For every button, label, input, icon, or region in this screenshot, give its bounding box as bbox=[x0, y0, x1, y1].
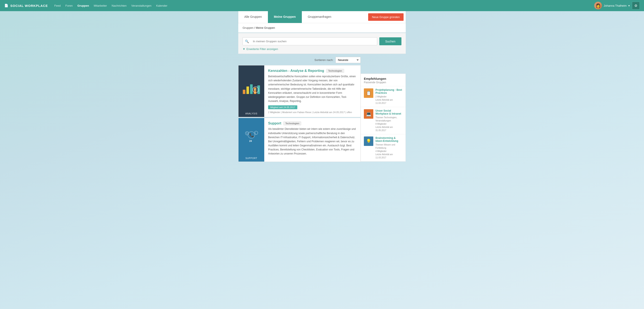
breadcrumb: Gruppen / Meine Gruppen bbox=[238, 23, 406, 32]
group-thumb-support: 📞 ? i 24 SUPPORT bbox=[238, 118, 264, 161]
search-icon: 🔍 bbox=[243, 40, 251, 43]
group-card-support: 📞 ? i 24 SUPPORT bbox=[238, 118, 361, 162]
page-background: Alle Gruppen Meine Gruppen Gruppenanfrag… bbox=[0, 11, 644, 309]
nav-kalender[interactable]: Kalender bbox=[156, 4, 167, 7]
nav-foren[interactable]: Foren bbox=[66, 4, 73, 7]
content-area: Sortieren nach: Neueste Älteste Alphabet… bbox=[238, 54, 406, 162]
group-desc-kennzahlen: Betriebswirtschaftliche Kennzahlen solle… bbox=[268, 74, 356, 103]
thumb-label-kennzahlen: ANALYSIS bbox=[238, 112, 264, 115]
brand-logo: 📄 SOCIAL WORKPLACE bbox=[4, 4, 48, 8]
avatar: 👩 bbox=[594, 2, 602, 10]
empfehlungen-subtitle: Passende Gruppen bbox=[361, 81, 406, 86]
empfehlungen-title: Empfehlungen bbox=[361, 74, 406, 81]
svg-rect-1 bbox=[246, 86, 249, 94]
group-desc-support: Als bewährter Dienstleister bieten wir i… bbox=[268, 127, 356, 156]
tab-gruppenanfragen[interactable]: Gruppenanfragen bbox=[302, 11, 338, 23]
svg-point-11 bbox=[254, 131, 258, 134]
support-graphic: 📞 ? i 24 bbox=[241, 120, 262, 155]
nav-feed[interactable]: Feed bbox=[54, 4, 61, 7]
search-row: 🔍 Suchen bbox=[242, 37, 402, 45]
nav-links: Feed Foren Gruppen Mitarbeiter Nachricht… bbox=[54, 4, 168, 7]
empf-thumb-socialworkplace: 💻 bbox=[364, 109, 373, 119]
svg-rect-0 bbox=[243, 90, 245, 94]
nav-nachrichten[interactable]: Nachrichten bbox=[112, 4, 126, 7]
empf-item-socialworkplace[interactable]: 💻 Unser Social Workplace & Intranet Them… bbox=[361, 107, 406, 134]
empf-meta-socialworkplace: Themen Technologien, Veranstaltungen 8 M… bbox=[376, 116, 402, 132]
filter-link[interactable]: ▼ Erweiterte Filter anzeigen bbox=[242, 48, 402, 51]
group-member-badge-kennzahlen: Mitglied seit 24.05.2017 bbox=[268, 105, 297, 109]
nav-gruppen[interactable]: Gruppen bbox=[78, 4, 89, 7]
breadcrumb-current: Meine Gruppen bbox=[256, 26, 275, 30]
analysis-graphic: 🔍 bbox=[241, 68, 262, 110]
group-content-kennzahlen: Kennzahlen - Analyse & Reporting Technol… bbox=[264, 66, 360, 117]
group-tag-kennzahlen: Technologien bbox=[326, 69, 344, 73]
svg-text:🔍: 🔍 bbox=[254, 88, 257, 92]
user-name: Johanna Thalheim bbox=[604, 4, 626, 7]
breadcrumb-parent[interactable]: Gruppen bbox=[242, 26, 254, 30]
group-title-support[interactable]: Support bbox=[268, 122, 281, 125]
empf-thumb-projektplanung: 📋 bbox=[364, 88, 373, 98]
nav-veranstaltungen[interactable]: Veranstaltungen bbox=[131, 4, 151, 7]
svg-text:i: i bbox=[255, 132, 256, 134]
empf-icon-projektplanung: 📋 bbox=[366, 90, 371, 96]
sort-select[interactable]: Neueste Älteste Alphabetisch bbox=[336, 57, 361, 63]
brand-name: SOCIAL WORKPLACE bbox=[10, 4, 48, 8]
sidebar: Empfehlungen Passende Gruppen 📋 Projektp… bbox=[361, 54, 406, 162]
svg-text:?: ? bbox=[246, 132, 248, 135]
search-button[interactable]: Suchen bbox=[379, 37, 402, 45]
dropdown-arrow-icon: ▾ bbox=[628, 4, 630, 7]
tab-alle-gruppen[interactable]: Alle Gruppen bbox=[238, 11, 268, 23]
empf-info-projektplanung: Projektplanung - Best Practices 2 Mitgli… bbox=[376, 88, 402, 105]
gear-icon: ⚙ bbox=[634, 4, 637, 8]
group-title-kennzahlen[interactable]: Kennzahlen - Analyse & Reporting bbox=[268, 69, 324, 73]
group-content-support: Support Technologien Als bewährter Diens… bbox=[264, 118, 360, 161]
main-container: Gruppen / Meine Gruppen 🔍 Suchen ▼ Erwei… bbox=[238, 23, 406, 162]
empf-meta-projektplanung: 2 Mitglieder Letzte Aktivität am 11.03.2… bbox=[376, 95, 402, 105]
empf-thumb-brainstorming: 💡 bbox=[364, 136, 373, 146]
group-tag-support: Technologien bbox=[283, 122, 301, 125]
empf-icon-socialworkplace: 💻 bbox=[366, 111, 371, 116]
group-title-row-kennzahlen: Kennzahlen - Analyse & Reporting Technol… bbox=[268, 69, 356, 73]
empf-name-socialworkplace: Unser Social Workplace & Intranet bbox=[376, 109, 402, 115]
group-meta-kennzahlen: 2 Mitglieder | Moderiert von Fabian Ries… bbox=[268, 111, 356, 114]
svg-text:24: 24 bbox=[249, 140, 252, 142]
empf-info-socialworkplace: Unser Social Workplace & Intranet Themen… bbox=[376, 109, 402, 132]
svg-rect-2 bbox=[250, 84, 253, 94]
new-group-button[interactable]: Neue Gruppe gründen bbox=[368, 13, 404, 21]
group-thumb-kennzahlen: 🔍 ANALYSIS bbox=[238, 66, 264, 117]
group-card-kennzahlen: 🔍 ANALYSIS Kennzahlen - Analyse & Report… bbox=[238, 65, 361, 117]
empf-item-projektplanung[interactable]: 📋 Projektplanung - Best Practices 2 Mitg… bbox=[361, 86, 406, 107]
tabs-bar: Alle Gruppen Meine Gruppen Gruppenanfrag… bbox=[238, 11, 406, 23]
top-navigation: 📄 SOCIAL WORKPLACE Feed Foren Gruppen Mi… bbox=[0, 0, 644, 11]
tab-meine-gruppen[interactable]: Meine Gruppen bbox=[268, 11, 302, 23]
empf-name-brainstorming: Brainstorming & Ideen-Entwicklung bbox=[376, 136, 402, 142]
empf-meta-brainstorming: Themen Wissen und Fortbildung 4 Mitglied… bbox=[376, 143, 402, 159]
filter-icon: ▼ bbox=[242, 48, 245, 51]
group-title-row-support: Support Technologien bbox=[268, 122, 356, 125]
empf-name-projektplanung: Projektplanung - Best Practices bbox=[376, 88, 402, 94]
sort-label: Sortieren nach: bbox=[314, 58, 334, 62]
search-input[interactable] bbox=[251, 38, 377, 45]
user-menu[interactable]: 👩 Johanna Thalheim ▾ bbox=[594, 2, 630, 10]
groups-list: Sortieren nach: Neueste Älteste Alphabet… bbox=[238, 54, 361, 162]
svg-text:📞: 📞 bbox=[249, 133, 254, 138]
brand-icon: 📄 bbox=[4, 4, 8, 8]
search-input-wrap: 🔍 bbox=[242, 37, 377, 45]
filter-label: Erweiterte Filter anzeigen bbox=[246, 48, 278, 51]
avatar-image: 👩 bbox=[594, 2, 602, 10]
empf-info-brainstorming: Brainstorming & Ideen-Entwicklung Themen… bbox=[376, 136, 402, 159]
thumb-label-support: SUPPORT bbox=[238, 157, 264, 160]
sort-bar: Sortieren nach: Neueste Älteste Alphabet… bbox=[238, 54, 361, 65]
empf-item-brainstorming[interactable]: 💡 Brainstorming & Ideen-Entwicklung Them… bbox=[361, 134, 406, 161]
nav-mitarbeiter[interactable]: Mitarbeiter bbox=[94, 4, 107, 7]
empf-icon-brainstorming: 💡 bbox=[366, 138, 371, 144]
empfehlungen-box: Empfehlungen Passende Gruppen 📋 Projektp… bbox=[361, 74, 406, 162]
search-section: 🔍 Suchen ▼ Erweiterte Filter anzeigen bbox=[238, 33, 406, 54]
gear-button[interactable]: ⚙ bbox=[632, 2, 640, 10]
